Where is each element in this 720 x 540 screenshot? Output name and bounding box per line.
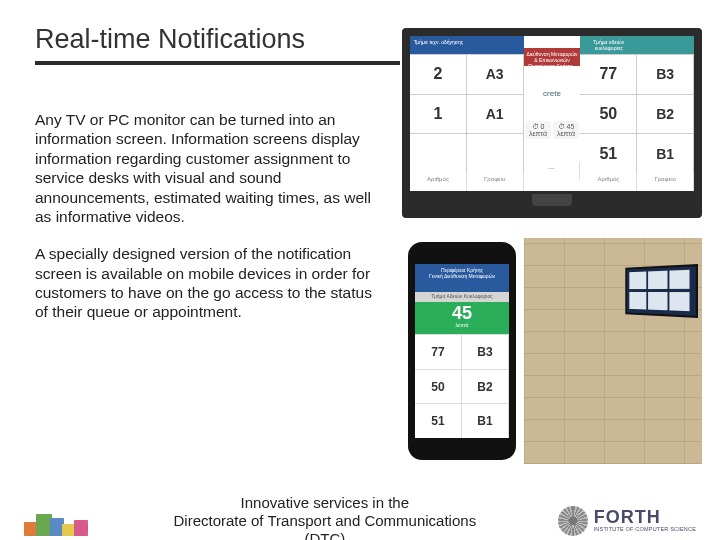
- tv-row: 1 A1: [410, 94, 524, 134]
- crete-logo: crete: [543, 89, 561, 98]
- tv-header-right: Τμήμα αδειών κυκλοφορίας: [580, 36, 694, 54]
- body-text: Any TV or PC monitor can be turned into …: [35, 110, 380, 340]
- phone-header: Περιφέρεια Κρήτης Γενική Διεύθυνση Μεταφ…: [415, 264, 509, 292]
- tv-row: 51 B1: [580, 133, 694, 173]
- tv-right-panel: Τμήμα αδειών κυκλοφορίας 77 B3 50 B2 51 …: [580, 36, 694, 191]
- tv-header-left: Τμήμα τεχν. οδήγησης: [410, 36, 524, 54]
- tv-mid-panel: Διεύθυνση Μεταφορών & Επικοινωνιών Περιφ…: [524, 36, 581, 191]
- wall-photo: [524, 238, 702, 464]
- tv-sub-right: Αριθμός Γραφείο: [580, 173, 694, 191]
- tv-row: 50 B2: [580, 94, 694, 134]
- slide: Real-time Notifications Any TV or PC mon…: [0, 20, 720, 540]
- tv-row: 77 B3: [580, 54, 694, 94]
- footer-text: Innovative services in the Directorate o…: [92, 494, 558, 540]
- title-underline: [35, 61, 400, 65]
- phone-wait-time: 45 λεπτά: [415, 302, 509, 334]
- phone-mockup: Περιφέρεια Κρήτης Γενική Διεύθυνση Μεταφ…: [408, 242, 516, 460]
- phone-row: 51 B1: [415, 403, 509, 438]
- tv-sub-left: Αριθμός Γραφείο: [410, 173, 524, 191]
- slide-title: Real-time Notifications: [35, 20, 400, 61]
- tv-mockup: Τμήμα τεχν. οδήγησης 2 A3 1 A1 Αριθμός: [402, 28, 702, 218]
- tv-row: [410, 133, 524, 173]
- title-block: Real-time Notifications: [35, 20, 400, 65]
- paragraph-2: A specially designed version of the noti…: [35, 244, 380, 322]
- phone-row: 77 B3: [415, 334, 509, 369]
- wall-mounted-tv: [625, 264, 698, 318]
- tv-left-panel: Τμήμα τεχν. οδήγησης 2 A3 1 A1 Αριθμός: [410, 36, 524, 191]
- forth-icon: [558, 506, 588, 536]
- phone-row: 50 B2: [415, 369, 509, 404]
- crete-region-logo: [24, 506, 92, 536]
- tv-stand: [532, 194, 572, 206]
- phone-screen: Περιφέρεια Κρήτης Γενική Διεύθυνση Μεταφ…: [415, 264, 509, 438]
- tv-screen: Τμήμα τεχν. οδήγησης 2 A3 1 A1 Αριθμός: [410, 36, 694, 191]
- paragraph-1: Any TV or PC monitor can be turned into …: [35, 110, 380, 226]
- forth-logo: FORTH INSTITUTE OF COMPUTER SCIENCE: [558, 506, 696, 536]
- footer: Innovative services in the Directorate o…: [0, 494, 720, 540]
- tv-row: 2 A3: [410, 54, 524, 94]
- phone-subheader: Τμήμα Αδειών Κυκλοφορίας: [415, 292, 509, 302]
